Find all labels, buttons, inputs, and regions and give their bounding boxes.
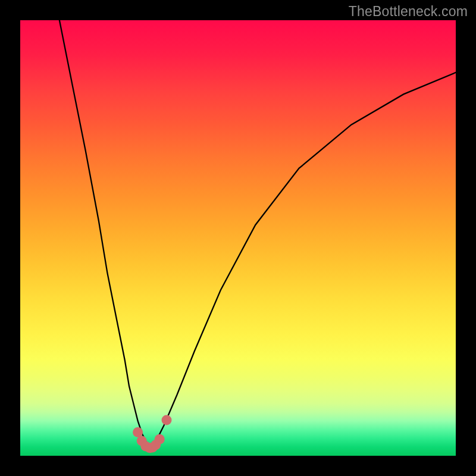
plot-area <box>20 20 456 456</box>
curve-layer <box>20 20 456 456</box>
outer-frame: TheBottleneck.com <box>0 0 476 476</box>
watermark-text: TheBottleneck.com <box>349 4 468 20</box>
marker-dot <box>162 415 172 425</box>
marker-dots <box>133 415 171 453</box>
series-lines <box>60 20 456 443</box>
series-right-branch <box>155 73 456 443</box>
marker-dot <box>155 434 165 444</box>
series-left-branch <box>60 20 146 443</box>
marker-dot <box>133 427 143 437</box>
